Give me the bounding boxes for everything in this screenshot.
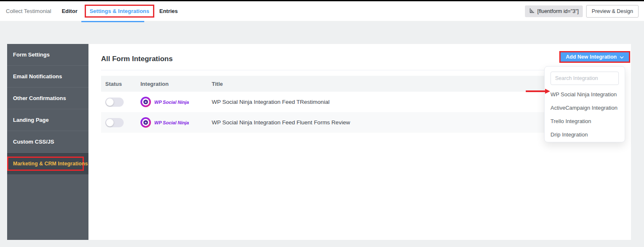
form-tabs: Collect Testimonial Editor Settings & In… — [0, 1, 178, 21]
dropdown-item-activecampaign[interactable]: ActiveCampaign Integration — [551, 101, 619, 114]
sidebar-item-label: Marketing & CRM Integrations — [13, 161, 88, 167]
header-divider — [101, 70, 618, 70]
top-navigation-bar: Collect Testimonial Editor Settings & In… — [0, 1, 644, 21]
tab-entries[interactable]: Entries — [159, 8, 178, 14]
status-cell — [101, 118, 136, 127]
panel-header: All Form Integrations Add New Integratio… — [88, 44, 631, 63]
page-title: All Form Integrations — [101, 55, 618, 63]
search-integration-input[interactable] — [551, 72, 619, 85]
column-header-status: Status — [101, 81, 136, 87]
add-new-integration-label: Add New Integration — [566, 54, 617, 60]
table-row: ★ WP Social Ninja WP Social Ninja Integr… — [101, 92, 618, 112]
add-integration-dropdown: WP Social Ninja Integration ActiveCampai… — [544, 66, 625, 142]
shortcode-icon — [529, 8, 535, 15]
status-toggle[interactable] — [105, 98, 124, 107]
status-toggle[interactable] — [105, 118, 124, 127]
integrations-table: Status Integration Title ★ WP Social Nin… — [101, 76, 618, 133]
red-highlight-box: Marketing & CRM Integrations — [7, 157, 84, 171]
topbar-actions: [fluentform id="3"] Preview & Design — [525, 1, 639, 21]
settings-sidebar: Form Settings Email Notifications Other … — [7, 44, 88, 240]
wp-social-ninja-logo-icon: ★ — [140, 117, 151, 128]
sidebar-item-custom-css-js[interactable]: Custom CSS/JS — [7, 131, 88, 153]
wp-social-ninja-logo-icon: ★ — [140, 97, 151, 107]
column-header-integration: Integration — [136, 81, 208, 87]
sidebar-item-email-notifications[interactable]: Email Notifications — [7, 66, 88, 87]
sidebar-item-marketing-crm-integrations[interactable]: Marketing & CRM Integrations — [7, 153, 88, 175]
star-icon: ★ — [143, 120, 148, 125]
toggle-knob — [106, 98, 114, 106]
dropdown-items: WP Social Ninja Integration ActiveCampai… — [551, 87, 619, 141]
toggle-knob — [106, 119, 114, 126]
red-arrow-annotation — [526, 89, 550, 94]
active-tab-underline — [81, 21, 144, 22]
add-new-integration-button[interactable]: Add New Integration — [559, 51, 630, 63]
sidebar-item-other-confirmations[interactable]: Other Confirmations — [7, 87, 88, 109]
preview-design-button[interactable]: Preview & Design — [586, 5, 639, 18]
tab-settings-integrations[interactable]: Settings & Integrations — [85, 5, 154, 18]
integration-cell: ★ WP Social Ninja — [136, 117, 208, 128]
tab-collect-testimonial[interactable]: Collect Testimonial — [6, 8, 51, 14]
integration-name: WP Social Ninja — [154, 120, 189, 125]
dropdown-item-drip[interactable]: Drip Integration — [551, 128, 619, 141]
dropdown-item-trello[interactable]: Trello Integration — [551, 114, 619, 128]
sidebar-item-landing-page[interactable]: Landing Page — [7, 109, 88, 131]
chevron-down-icon — [620, 54, 624, 60]
star-icon: ★ — [143, 100, 148, 104]
dropdown-item-wp-social-ninja[interactable]: WP Social Ninja Integration — [551, 87, 619, 101]
shortcode-label: [fluentform id="3"] — [537, 8, 579, 14]
shortcode-button[interactable]: [fluentform id="3"] — [525, 5, 583, 17]
sidebar-item-form-settings[interactable]: Form Settings — [7, 44, 88, 66]
tab-editor[interactable]: Editor — [62, 8, 78, 14]
integration-name: WP Social Ninja — [154, 100, 189, 105]
status-cell — [101, 98, 136, 107]
table-row: ★ WP Social Ninja WP Social Ninja Integr… — [101, 112, 618, 133]
integration-cell: ★ WP Social Ninja — [136, 97, 208, 107]
